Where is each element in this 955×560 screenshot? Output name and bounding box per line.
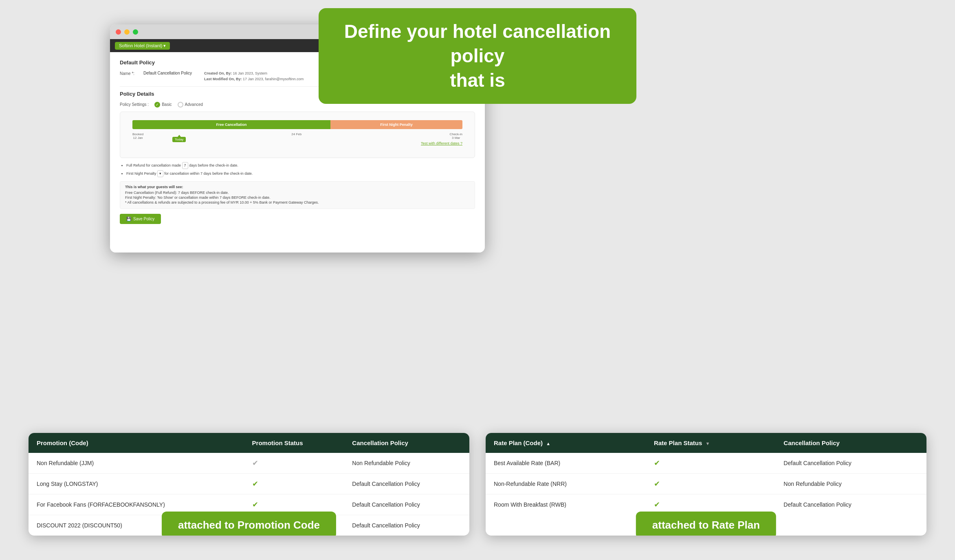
rate-table: Rate Plan (Code) ▲ Rate Plan Status ▼ Ca… <box>486 433 926 515</box>
close-button-dot[interactable] <box>116 29 121 35</box>
rate-name: Room With Breakfast (RWB) <box>486 494 646 515</box>
promo-name: Non Refundable (JJM) <box>29 453 244 474</box>
green-check-icon: ✔ <box>654 501 660 509</box>
promo-name: Long Stay (LONGSTAY) <box>29 474 244 494</box>
first-night-penalty-bar: First Night Penalty <box>330 120 462 129</box>
green-check-icon: ✔ <box>654 459 660 467</box>
save-policy-button[interactable]: 💾 Save Policy <box>120 214 161 224</box>
rate-status: ✔ <box>646 474 775 494</box>
promo-policy: Non Refundable Policy <box>344 453 469 474</box>
advanced-radio-inactive-icon <box>178 102 183 108</box>
rate-name: Non-Refundable Rate (NRR) <box>486 474 646 494</box>
promo-policy: Default Cancellation Policy <box>344 474 469 494</box>
timeline-bars: Free Cancellation First Night Penalty <box>132 120 462 129</box>
penalty-select[interactable]: ▾ <box>157 170 163 177</box>
grey-check-icon: ✔ <box>252 459 258 467</box>
policy-settings-label: Policy Settings : <box>120 102 149 107</box>
rate-col1-sort-icon[interactable]: ▲ <box>546 441 550 446</box>
date-mid-label: 24 Feb <box>291 132 301 140</box>
rate-col1-header: Rate Plan (Code) ▲ <box>486 433 646 453</box>
table-row: Best Available Rate (BAR) ✔ Default Canc… <box>486 453 926 474</box>
promo-tooltip: attached to Promotion Code <box>162 512 336 536</box>
green-check-icon: ✔ <box>252 480 258 488</box>
guest-view-title: This is what your guests will see: <box>125 185 470 189</box>
promo-col3-header: Cancellation Policy <box>344 433 469 453</box>
hero-tooltip: Define your hotel cancellation policy th… <box>319 8 636 104</box>
promo-status: ✔ <box>244 474 344 494</box>
promo-status: ✔ <box>244 453 344 474</box>
guest-line1: Free Cancellation (Full Refund): 7 days … <box>125 191 470 195</box>
bottom-section: Promotion (Code) Promotion Status Cancel… <box>29 433 926 536</box>
basic-radio-active-icon <box>154 102 160 108</box>
rate-policy: Default Cancellation Policy <box>775 453 926 474</box>
guest-view: This is what your guests will see: Free … <box>120 181 475 209</box>
rate-policy: Default Cancellation Policy <box>775 494 926 515</box>
date-booked-label: Booked 12 Jan <box>132 132 143 140</box>
nav-brand[interactable]: Softinn Hotel (Instant) ▾ <box>115 42 170 50</box>
guest-line3: * All cancellations & refunds are subjec… <box>125 200 470 204</box>
free-cancellation-bar: Free Cancellation <box>132 120 330 129</box>
rate-col3-header: Cancellation Policy <box>775 433 926 453</box>
promo-policy: Default Cancellation Policy <box>344 515 469 536</box>
guest-line2: First Night Penalty: 'No Show' or cancel… <box>125 195 470 200</box>
name-label: Name *: <box>120 70 140 76</box>
advanced-radio[interactable]: Advanced <box>178 102 203 108</box>
rate-col2-header: Rate Plan Status ▼ <box>646 433 775 453</box>
name-value: Default Cancellation Policy <box>143 71 192 75</box>
rate-table-header: Rate Plan (Code) ▲ Rate Plan Status ▼ Ca… <box>486 433 926 453</box>
policy-details-section: Policy Details Policy Settings : Basic A… <box>120 86 475 224</box>
maximize-button-dot[interactable] <box>133 29 138 35</box>
table-row: Long Stay (LONGSTAY) ✔ Default Cancellat… <box>29 474 469 494</box>
table-row: Non Refundable (JJM) ✔ Non Refundable Po… <box>29 453 469 474</box>
today-marker: Today <box>172 137 186 142</box>
promo-col1-header: Promotion (Code) <box>29 433 244 453</box>
table-row: Non-Refundable Rate (NRR) ✔ Non Refundab… <box>486 474 926 494</box>
policy-rules: Full Refund for cancellation made 7 days… <box>120 162 475 178</box>
promo-table-header: Promotion (Code) Promotion Status Cancel… <box>29 433 469 453</box>
days-select[interactable]: 7 <box>182 162 188 169</box>
green-check-icon: ✔ <box>252 501 258 509</box>
timeline-container: Free Cancellation First Night Penalty Bo… <box>120 112 475 158</box>
form-meta: Created On, By: 16 Jan 2023, System Last… <box>204 70 304 82</box>
rate-col2-sort-icon[interactable]: ▼ <box>705 441 710 446</box>
rate-policy: Non Refundable Policy <box>775 474 926 494</box>
green-check-icon: ✔ <box>654 480 660 488</box>
rate-tooltip: attached to Rate Plan <box>636 512 776 536</box>
basic-radio[interactable]: Basic <box>154 102 172 108</box>
minimize-button-dot[interactable] <box>124 29 130 35</box>
promo-col2-header: Promotion Status <box>244 433 344 453</box>
save-icon: 💾 <box>126 217 131 221</box>
promo-policy: Default Cancellation Policy <box>344 494 469 515</box>
hero-title: Define your hotel cancellation policy th… <box>343 20 612 92</box>
promo-table-wrapper: Promotion (Code) Promotion Status Cancel… <box>29 433 469 536</box>
rate-table-wrapper: Rate Plan (Code) ▲ Rate Plan Status ▼ Ca… <box>486 433 926 536</box>
date-checkin-label: Check-in 3 Mar <box>449 132 462 140</box>
rate-name: Best Available Rate (BAR) <box>486 453 646 474</box>
rate-status: ✔ <box>646 453 775 474</box>
